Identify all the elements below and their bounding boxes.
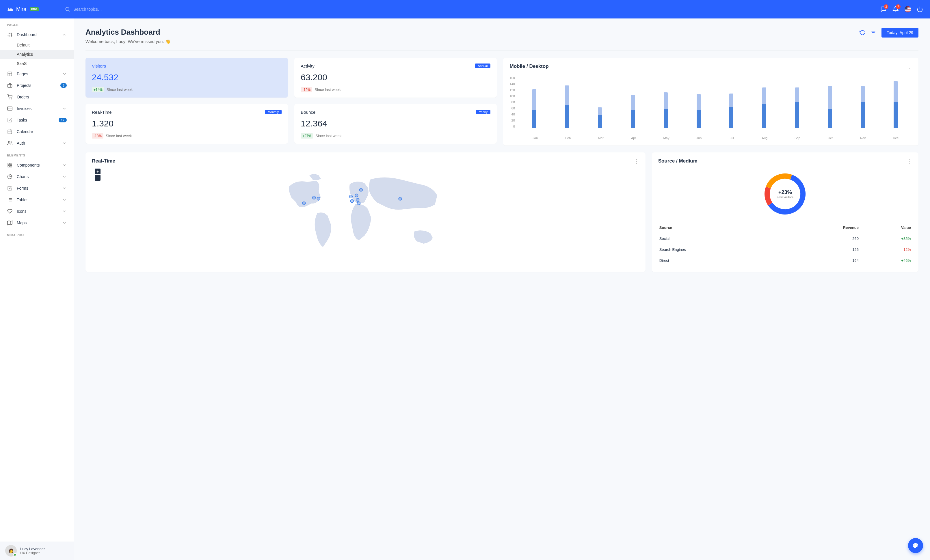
search-input[interactable] [73,7,160,12]
date-button[interactable]: Today: April 29 [881,28,918,38]
sidebar-item-auth[interactable]: Auth [0,137,74,149]
sidebar-sub-analytics[interactable]: Analytics [0,50,74,59]
chevron-down-icon [62,106,67,111]
sidebar-item-forms[interactable]: Forms [0,183,74,194]
stat-title: Real-Time [92,110,112,115]
svg-point-24 [8,141,10,143]
stat-card-activity: ActivityAnnual 63.200 -12%Since last wee… [294,58,497,98]
stat-value: 63.200 [301,72,490,82]
theme-fab-button[interactable] [908,538,923,553]
check-square-icon [7,185,13,191]
language-button[interactable] [905,6,911,12]
power-icon [917,6,923,12]
messages-button[interactable]: 3 [880,6,887,12]
stat-chip: Yearly [476,110,490,114]
sidebar-sub-saas[interactable]: SaaS [0,59,74,68]
chevron-down-icon [62,174,67,179]
stat-value: 12.364 [301,119,490,129]
sidebar-user[interactable]: 👩 Lucy Lavender UX Designer [0,542,74,560]
alerts-button[interactable]: 7 [893,6,899,12]
palette-icon [912,542,919,549]
projects-count: 8 [60,83,67,88]
svg-point-50 [399,197,402,200]
sidebar-label: Icons [17,209,58,213]
world-map-svg [92,169,639,258]
sidebar-label: Pages [17,72,58,76]
zoom-in-button[interactable]: + [95,169,100,174]
stat-delta: -12% [301,87,312,92]
svg-point-49 [357,202,360,205]
svg-point-44 [350,195,353,198]
source-table: Source Revenue Value Social260+35%Search… [658,222,912,266]
map-title: Real-Time [92,158,115,164]
stat-suffix: Since last week [106,133,132,138]
filter-button[interactable] [870,30,876,35]
chevron-down-icon [62,141,67,146]
sidebar-item-invoices[interactable]: Invoices [0,103,74,114]
svg-point-0 [66,7,69,11]
svg-rect-20 [8,130,12,134]
svg-point-48 [359,188,362,192]
status-online-icon [13,553,17,556]
chevron-down-icon [62,198,67,202]
sidebar-label: Calendar [17,129,67,134]
refresh-button[interactable] [859,30,865,35]
sidebar-label: Forms [17,186,58,190]
stat-chip: Annual [475,63,490,68]
sidebar-item-pages[interactable]: Pages [0,68,74,80]
stat-card-bounce: BounceYearly 12.364 +27%Since last week [294,104,497,144]
power-button[interactable] [917,6,923,12]
zoom-out-button[interactable]: − [95,175,100,181]
sidebar-label: Auth [17,141,58,146]
sidebar-item-components[interactable]: Components [0,160,74,171]
svg-rect-27 [11,166,12,167]
chevron-down-icon [62,209,67,213]
svg-point-41 [302,202,306,205]
sidebar-item-tables[interactable]: Tables [0,194,74,206]
tasks-count: 17 [59,118,67,123]
svg-rect-28 [8,166,9,167]
card-menu-button[interactable]: ⋮ [907,158,912,164]
svg-point-47 [356,198,359,201]
stat-delta: +14% [92,87,104,92]
col-revenue: Revenue [782,222,860,233]
search-box[interactable] [65,6,880,12]
stat-delta: -18% [92,133,103,138]
svg-point-16 [9,99,9,99]
svg-point-45 [350,199,354,203]
sidebar-label: Tables [17,198,58,202]
sidebar-item-dashboard[interactable]: Dashboard [0,29,74,40]
sidebar-section-elements: ELEMENTS [0,149,74,160]
sidebar-label: Dashboard [17,32,58,37]
card-menu-button[interactable]: ⋮ [907,63,912,70]
check-square-icon [7,117,13,123]
world-map[interactable]: + − [92,169,639,258]
sidebar-label: Invoices [17,106,58,111]
sidebar-item-icons[interactable]: Icons [0,206,74,217]
sidebar-item-calendar[interactable]: Calendar [0,126,74,137]
card-menu-button[interactable]: ⋮ [634,158,639,164]
sidebar: PAGES Dashboard Default Analytics SaaS P… [0,18,74,560]
brand-name: Mira [16,6,26,12]
donut-label: new visitors [777,195,793,199]
stat-card-realtime: Real-TimeMonthly 1.320 -18%Since last we… [86,104,288,144]
chevron-up-icon [62,32,67,37]
sidebar-item-charts[interactable]: Charts [0,171,74,183]
brand-logo[interactable]: Mira PRO [7,6,65,13]
svg-rect-15 [8,84,12,87]
stat-suffix: Since last week [106,87,132,92]
user-name: Lucy Lavender [20,547,45,551]
messages-count-badge: 3 [884,4,888,9]
pro-badge: PRO [30,7,39,11]
sidebar-item-tasks[interactable]: Tasks 17 [0,114,74,126]
sidebar-item-maps[interactable]: Maps [0,217,74,229]
sidebar-sub-default[interactable]: Default [0,40,74,50]
chevron-down-icon [62,72,67,76]
bars-area [518,76,912,128]
col-source: Source [658,222,782,233]
sidebar-item-projects[interactable]: Projects 8 [0,80,74,91]
source-title: Source / Medium [658,158,698,164]
chart-card-mobile-desktop: Mobile / Desktop⋮ 160140120100806040200 … [503,58,918,146]
y-axis: 160140120100806040200 [510,76,516,128]
sidebar-item-orders[interactable]: Orders [0,91,74,103]
